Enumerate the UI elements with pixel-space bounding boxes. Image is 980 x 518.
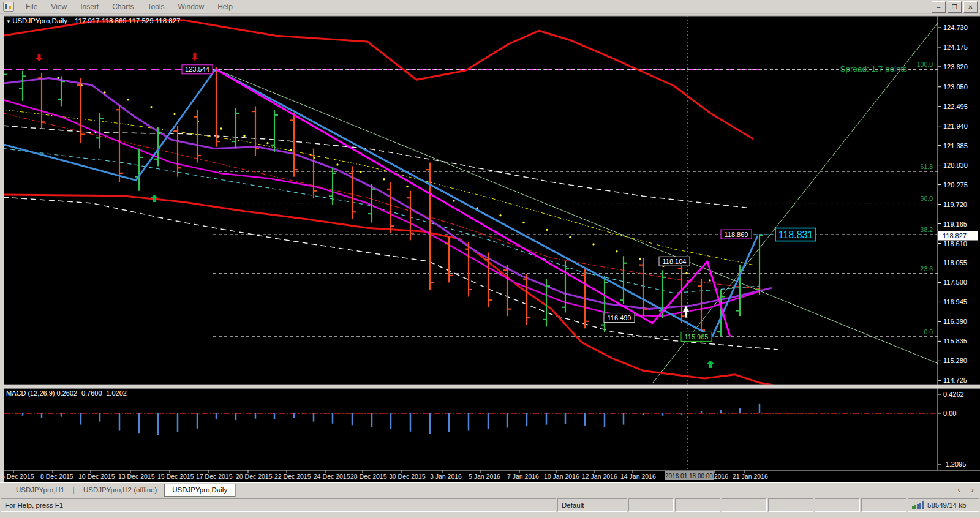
menu-item-window[interactable]: Window xyxy=(172,0,211,13)
tab-scroll-left-button[interactable]: ‹ xyxy=(955,485,962,495)
status-empty-panel xyxy=(861,498,907,512)
price-axis-label: 124.175 xyxy=(943,43,968,51)
panel-separator[interactable] xyxy=(4,385,980,388)
tab-scroll-right-button[interactable]: › xyxy=(969,485,976,495)
menu-item-view[interactable]: View xyxy=(44,0,74,13)
price-chart[interactable]: 100.061.850.038.223.60.0123.544118.86911… xyxy=(0,0,980,518)
price-tag-text: 118.104 xyxy=(663,258,687,265)
status-connection: 58549/14 kb xyxy=(908,498,979,512)
price-axis-label: 119.165 xyxy=(943,220,967,228)
sar-dot xyxy=(546,229,548,231)
sar-dot xyxy=(406,186,408,187)
sar-dot xyxy=(360,171,361,173)
status-help-text: For Help, press F1 xyxy=(1,498,556,512)
price-axis-label: 118.610 xyxy=(943,240,967,247)
status-empty-panel xyxy=(628,498,674,512)
chart-title: ▼ USDJPYpro,Daily117.917 118.869 117.529… xyxy=(6,17,181,24)
price-axis-label: 118.055 xyxy=(943,259,967,266)
sar-dot xyxy=(522,222,524,223)
date-label: 28 Dec 2015 xyxy=(350,473,387,480)
price-axis-label: 114.725 xyxy=(943,377,967,384)
status-traffic: 58549/14 kb xyxy=(927,501,966,509)
price-tag-text: 116.499 xyxy=(608,314,631,321)
fib-level-label: 61.8 xyxy=(921,163,933,170)
macd-axis-label: 0.00 xyxy=(943,410,956,417)
tab-usdjpypro-h2-offline-[interactable]: USDJPYpro,H2 (offline) xyxy=(76,484,164,496)
menu-item-charts[interactable]: Charts xyxy=(105,0,140,13)
date-label: 17 Dec 2015 xyxy=(196,473,233,480)
date-label: 30 Dec 2015 xyxy=(389,473,426,480)
current-price-text: 118.827 xyxy=(943,232,967,239)
crosshair-date-text: 2016.01.18 00:00 xyxy=(665,473,713,479)
menu-item-help[interactable]: Help xyxy=(211,0,239,13)
price-axis-label: 116.390 xyxy=(943,318,967,325)
menu-item-file[interactable]: File xyxy=(19,0,44,13)
date-label: 24 Dec 2015 xyxy=(314,473,350,480)
macd-label: MACD (12,26,9) 0.2602 -0.7600 -1.0202 xyxy=(6,389,127,397)
price-axis-label: 116.945 xyxy=(943,298,967,306)
sar-dot xyxy=(336,163,338,165)
status-empty-panel xyxy=(768,498,813,512)
sar-dot xyxy=(266,142,268,144)
price-axis-label: 121.385 xyxy=(943,142,968,149)
menu-bar: FileViewInsertChartsToolsWindowHelp –❐✕ xyxy=(0,0,980,14)
sar-dot xyxy=(616,250,617,252)
date-label: 14 Jan 2016 xyxy=(620,473,656,480)
price-axis-label: 120.830 xyxy=(943,162,968,169)
price-axis-label: 122.495 xyxy=(943,103,968,110)
sar-dot xyxy=(57,77,59,79)
sar-dot xyxy=(290,149,292,151)
price-axis-label: 117.500 xyxy=(943,279,967,286)
close-button[interactable]: ✕ xyxy=(963,1,978,13)
price-tag-text: 123.544 xyxy=(185,66,209,73)
sar-dot xyxy=(709,279,710,281)
date-label: 21 Jan 2016 xyxy=(733,473,768,480)
tab-divider: | xyxy=(72,486,76,494)
current-price-tag: 118.827 xyxy=(938,231,978,241)
sar-dot xyxy=(104,91,105,93)
status-profile: Default xyxy=(557,498,627,512)
status-empty-panel xyxy=(722,498,767,512)
price-axis-label: 121.940 xyxy=(943,122,968,130)
sar-dot xyxy=(569,236,571,238)
macd-axis-label: -1.2095 xyxy=(943,460,966,468)
sar-dot xyxy=(243,135,245,137)
fib-level-label: 50.0 xyxy=(921,195,933,202)
fib-level-label: 38.2 xyxy=(921,226,933,233)
date-label: 7 Jan 2016 xyxy=(507,473,539,480)
tab-scroll-controls: ‹ › xyxy=(955,485,976,495)
minimize-button[interactable]: – xyxy=(932,1,946,13)
crosshair-date-tag: 2016.01.18 00:00 xyxy=(665,471,714,480)
price-tag-text: 115.965 xyxy=(685,333,709,340)
date-label: 8 Dec 2015 xyxy=(40,473,74,480)
sar-dot xyxy=(499,214,501,216)
date-label: 20 Dec 2015 xyxy=(236,473,273,480)
price-tag-text: 118.869 xyxy=(725,231,748,238)
date-label: 3 Jan 2016 xyxy=(430,473,462,480)
sar-dot xyxy=(685,272,687,274)
status-empty-panel xyxy=(675,498,720,512)
tab-usdjpypro-h1[interactable]: USDJPYpro,H1 xyxy=(9,484,72,496)
status-empty-panel xyxy=(815,498,860,512)
price-tag-text: 118.831 xyxy=(778,230,813,240)
sar-dot xyxy=(383,178,385,180)
connection-signal-icon xyxy=(912,501,924,509)
date-label: 15 Dec 2015 xyxy=(157,473,194,480)
window-controls: –❐✕ xyxy=(932,1,978,13)
price-axis-label: 115.835 xyxy=(943,337,967,345)
date-label: 10 Dec 2015 xyxy=(78,473,115,480)
date-label: 10 Jan 2016 xyxy=(544,473,579,480)
tab-usdjpypro-daily[interactable]: USDJPYpro,Daily xyxy=(164,484,235,497)
restore-button[interactable]: ❐ xyxy=(948,1,962,13)
fib-level-label: 23.6 xyxy=(921,265,933,272)
menu-item-insert[interactable]: Insert xyxy=(74,0,105,13)
chart-canvas[interactable] xyxy=(4,16,980,482)
menu-item-tools[interactable]: Tools xyxy=(141,0,172,13)
price-axis-label: 124.730 xyxy=(943,24,968,31)
price-axis-label: 120.275 xyxy=(943,181,968,189)
sar-dot xyxy=(220,127,222,129)
sar-dot xyxy=(127,99,129,100)
spread-label: Spread: 1.7 points xyxy=(840,64,907,73)
price-axis-label: 119.720 xyxy=(943,201,967,208)
menu: FileViewInsertChartsToolsWindowHelp xyxy=(19,0,239,13)
